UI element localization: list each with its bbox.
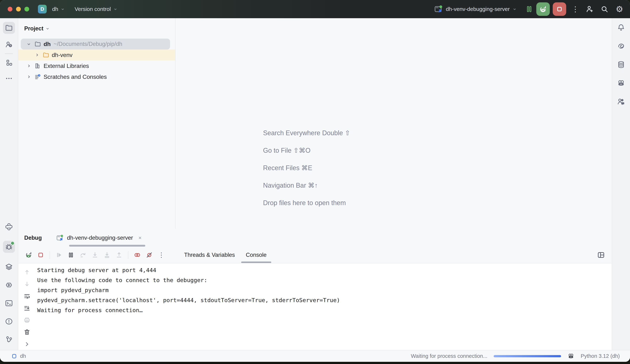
hint-navigation-bar: Navigation Bar ⌘↑: [263, 182, 350, 189]
mute-breakpoints-button[interactable]: [145, 251, 154, 259]
tool-python-packages-button[interactable]: [5, 281, 13, 289]
zoom-window-button[interactable]: [24, 7, 29, 11]
editor-shortcut-hints: Search Everywhere Double ⇧ Go to File ⇧⌘…: [263, 129, 350, 207]
traffic-lights: [8, 7, 29, 11]
tool-ai-assistant-button[interactable]: [617, 42, 625, 50]
tool-notifications-button[interactable]: [617, 23, 625, 32]
soft-wrap-button[interactable]: [23, 293, 30, 300]
tree-row-root[interactable]: dh ~/Documents/Debug/pip/dh: [21, 39, 170, 49]
console-output[interactable]: Starting debug server at port 4,444Use t…: [36, 263, 340, 350]
tree-root-label: dh: [44, 41, 51, 47]
console-line: Use the following code to connect to the…: [37, 275, 340, 285]
pause-button[interactable]: [67, 251, 75, 259]
debug-running-indicator: [10, 241, 14, 245]
tool-code-with-me-button[interactable]: [617, 98, 625, 106]
tree-row-scratches[interactable]: Scratches and Consoles: [18, 71, 175, 82]
view-breakpoints-button[interactable]: [133, 251, 142, 259]
workspace-widget[interactable]: dh: [11, 353, 26, 359]
scroll-to-end-button[interactable]: [23, 305, 30, 312]
next-occurrence-button[interactable]: [23, 280, 30, 288]
run-configuration-selector[interactable]: dh-venv-debugging-server: [434, 4, 517, 14]
active-tab-indicator: [69, 245, 145, 247]
stop-button[interactable]: [553, 2, 566, 16]
vcs-widget[interactable]: Version control: [74, 6, 118, 12]
tab-threads-variables[interactable]: Threads & Variables: [179, 247, 240, 263]
tool-pull-requests-button[interactable]: ?: [5, 40, 13, 49]
close-window-button[interactable]: [8, 7, 12, 11]
tool-problems-button[interactable]: [5, 317, 13, 326]
tool-project-button[interactable]: [3, 22, 15, 34]
chevron-down-icon[interactable]: [26, 41, 32, 47]
hint-go-to-file: Go to File ⇧⌘O: [263, 147, 350, 154]
progress-bar[interactable]: [494, 355, 561, 357]
status-message: Waiting for process connection...: [411, 353, 488, 359]
tool-vcs-button[interactable]: [5, 336, 13, 344]
debug-console: Starting debug server at port 4,444Use t…: [18, 263, 612, 350]
left-toolstrip: ?: [0, 18, 18, 350]
force-step-into-button[interactable]: [103, 251, 111, 259]
project-badge: D: [38, 5, 47, 13]
tool-services-button[interactable]: [5, 263, 13, 271]
workspace-icon: [11, 353, 17, 359]
more-tool-windows-button[interactable]: [5, 74, 13, 83]
tool-terminal-button[interactable]: [5, 299, 13, 307]
database-icon: [617, 60, 625, 69]
rerun-debug-icon: [539, 5, 547, 13]
tool-database-button[interactable]: [617, 60, 625, 69]
step-out-button[interactable]: [115, 251, 123, 259]
vcs-label: Version control: [74, 6, 111, 12]
tool-junie-button[interactable]: [617, 79, 625, 87]
debug-view-tabs: Threads & Variables Console: [179, 247, 272, 263]
python-icon: [5, 223, 13, 231]
tool-structure-button[interactable]: [5, 59, 13, 67]
debug-title: Debug: [24, 235, 42, 241]
more-actions-button[interactable]: ⋮: [572, 5, 579, 13]
layout-settings-button[interactable]: [597, 251, 605, 259]
more-dots-icon: [5, 74, 13, 83]
tool-python-console-button[interactable]: [5, 223, 13, 231]
project-widget[interactable]: D dh: [38, 5, 65, 13]
gear-icon: ⚙: [616, 4, 623, 14]
console-line: pydevd_pycharm.settrace('localhost', por…: [37, 295, 340, 305]
chevron-right-icon[interactable]: [26, 74, 32, 80]
ai-status-icon[interactable]: [567, 353, 574, 360]
prev-occurrence-button[interactable]: [23, 268, 30, 276]
resume-button[interactable]: [55, 251, 63, 259]
chevron-right-icon[interactable]: [34, 52, 40, 58]
step-over-button[interactable]: [79, 251, 87, 259]
debug-session-tab-label: dh-venv-debugging-server: [67, 235, 133, 241]
settings-button[interactable]: ⚙: [615, 5, 624, 13]
pause-program-button[interactable]: [525, 5, 534, 13]
project-panel-header[interactable]: Project: [18, 23, 175, 34]
tree-row-dh-venv[interactable]: dh-venv: [18, 49, 175, 60]
tool-debug-button[interactable]: [3, 241, 15, 253]
debug-tool-window: Debug dh-venv-debugging-server ×: [18, 229, 612, 350]
more-actions-button[interactable]: ⋮: [157, 251, 166, 259]
chevron-down-icon: [45, 26, 50, 31]
tree-row-external-libraries[interactable]: External Libraries: [18, 60, 175, 71]
robot-icon: [617, 79, 625, 87]
rerun-debug-button[interactable]: [24, 251, 33, 259]
minimize-window-button[interactable]: [16, 7, 21, 11]
interpreter-widget[interactable]: Python 3.12 (dh): [581, 353, 620, 359]
right-toolstrip: [612, 18, 630, 350]
stop-button[interactable]: [36, 251, 45, 259]
close-icon[interactable]: ×: [138, 235, 142, 241]
ai-swirl-icon: [617, 42, 625, 50]
toolbar-divider: [128, 251, 128, 259]
expand-gutter-button[interactable]: [23, 341, 30, 348]
code-with-me-users-button[interactable]: [585, 5, 594, 13]
console-gutter: [18, 263, 36, 350]
chevron-right-icon[interactable]: [26, 63, 32, 69]
clear-console-button[interactable]: [23, 329, 30, 336]
step-into-button[interactable]: [91, 251, 99, 259]
debug-session-tab[interactable]: dh-venv-debugging-server ×: [56, 229, 146, 247]
search-icon: [600, 5, 609, 13]
print-button[interactable]: [23, 317, 30, 324]
tab-console[interactable]: Console: [240, 247, 272, 263]
folder-icon: [42, 51, 50, 59]
rerun-debug-button[interactable]: [536, 2, 550, 16]
search-everywhere-button[interactable]: [600, 5, 609, 13]
tree-item-label: Scratches and Consoles: [44, 74, 107, 80]
debug-header: Debug dh-venv-debugging-server ×: [18, 229, 612, 247]
